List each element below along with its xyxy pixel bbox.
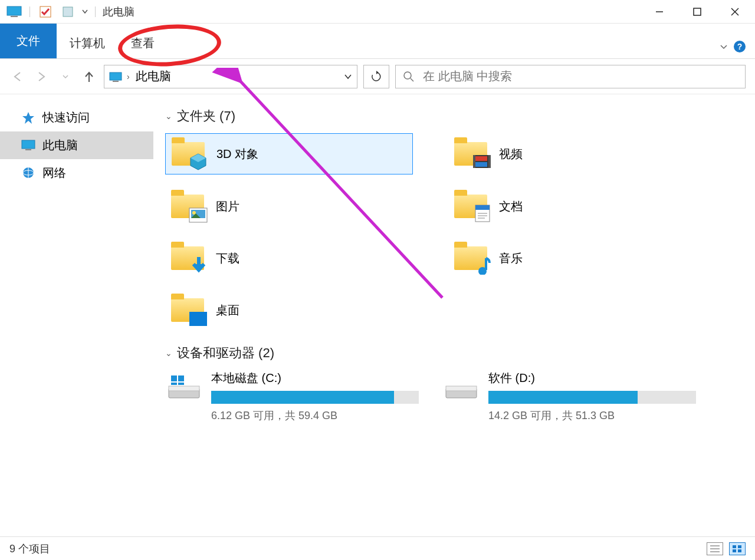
- drive-d[interactable]: 软件 (D:) 14.2 GB 可用，共 51.3 GB: [442, 370, 696, 423]
- folder-videos[interactable]: 视频: [448, 133, 672, 174]
- sidebar-item-label: 网络: [42, 165, 66, 181]
- svg-rect-39: [178, 383, 184, 385]
- address-dropdown-icon[interactable]: [344, 73, 352, 81]
- folder-3d-objects[interactable]: 3D 对象: [165, 133, 413, 174]
- svg-rect-33: [189, 312, 207, 326]
- folder-icon: [172, 139, 207, 169]
- divider: [95, 6, 96, 17]
- section-drives-header[interactable]: ⌄ 设备和驱动器 (2): [165, 344, 743, 362]
- titlebar: 此电脑: [0, 0, 755, 24]
- svg-rect-35: [169, 386, 199, 391]
- usage-bar: [211, 391, 419, 404]
- drive-label: 软件 (D:): [488, 370, 696, 386]
- pc-icon: [5, 5, 24, 19]
- dropdown-icon[interactable]: [81, 5, 89, 19]
- details-view-button[interactable]: [707, 542, 723, 555]
- close-button[interactable]: [724, 3, 746, 21]
- section-folders-header[interactable]: ⌄ 文件夹 (7): [165, 107, 743, 125]
- svg-rect-20: [475, 156, 487, 161]
- folder-desktop[interactable]: 桌面: [165, 290, 413, 330]
- folder-documents[interactable]: 文档: [448, 186, 672, 226]
- usage-bar: [488, 391, 696, 404]
- maximize-button[interactable]: [687, 3, 708, 21]
- svg-rect-28: [475, 205, 490, 210]
- minimize-button[interactable]: [649, 3, 670, 21]
- network-icon: [21, 167, 35, 179]
- tab-computer[interactable]: 计算机: [57, 28, 118, 58]
- svg-rect-9: [113, 81, 119, 82]
- star-icon: [21, 112, 35, 124]
- svg-rect-41: [446, 386, 477, 391]
- chevron-down-icon: ⌄: [165, 111, 172, 121]
- folder-label: 桌面: [216, 302, 239, 318]
- up-button[interactable]: [80, 68, 98, 85]
- drives-grid: 本地磁盘 (C:) 6.12 GB 可用，共 59.4 GB 软件 (D:) 1…: [165, 370, 743, 423]
- window-title: 此电脑: [103, 5, 134, 19]
- help-button[interactable]: ?: [734, 41, 746, 52]
- svg-rect-45: [733, 545, 736, 548]
- tab-view[interactable]: 查看: [118, 28, 168, 58]
- refresh-button[interactable]: [363, 65, 389, 88]
- address-row: › 此电脑 在 此电脑 中搜索: [0, 59, 755, 94]
- sidebar-item-quick[interactable]: 快速访问: [0, 104, 153, 131]
- folder-icon: [454, 243, 490, 274]
- ribbon-collapse-icon[interactable]: [720, 42, 728, 51]
- sidebar-item-label: 快速访问: [42, 110, 90, 126]
- search-box[interactable]: 在 此电脑 中搜索: [395, 65, 746, 88]
- content-area: ⌄ 文件夹 (7) 3D 对象 视频 图片 文档 下载: [153, 94, 755, 536]
- folder-icon: [171, 243, 206, 274]
- divider: [29, 6, 30, 17]
- sidebar: 快速访问 此电脑 网络: [0, 94, 153, 536]
- search-icon: [403, 71, 415, 83]
- svg-rect-0: [7, 6, 21, 15]
- tiles-view-button[interactable]: [729, 542, 746, 555]
- folder-label: 3D 对象: [216, 146, 258, 162]
- forward-button[interactable]: [33, 68, 51, 85]
- back-button[interactable]: [9, 68, 27, 85]
- folder-pictures[interactable]: 图片: [165, 186, 413, 226]
- breadcrumb[interactable]: 此电脑: [136, 68, 171, 84]
- svg-rect-1: [11, 16, 18, 17]
- folder-label: 音乐: [499, 251, 523, 266]
- recent-dropdown[interactable]: [57, 68, 74, 85]
- properties-icon[interactable]: [36, 5, 55, 19]
- folder-label: 视频: [499, 146, 523, 162]
- folder-label: 下载: [216, 251, 239, 266]
- svg-rect-3: [63, 7, 73, 17]
- folders-grid: 3D 对象 视频 图片 文档 下载 音乐: [165, 133, 743, 330]
- pc-icon: [21, 140, 35, 151]
- address-bar[interactable]: › 此电脑: [104, 65, 357, 88]
- svg-rect-47: [733, 549, 736, 552]
- sidebar-item-thispc[interactable]: 此电脑: [0, 131, 153, 159]
- folder-label: 文档: [499, 199, 523, 215]
- drive-icon: [165, 370, 203, 403]
- pc-icon: [109, 72, 121, 81]
- search-placeholder: 在 此电脑 中搜索: [423, 68, 512, 84]
- folder-icon: [171, 191, 206, 222]
- sidebar-item-network[interactable]: 网络: [0, 159, 153, 187]
- svg-rect-8: [110, 73, 122, 80]
- drive-label: 本地磁盘 (C:): [211, 370, 419, 386]
- svg-line-11: [411, 78, 413, 81]
- svg-rect-5: [694, 8, 701, 15]
- drive-icon: [442, 370, 480, 403]
- svg-rect-36: [171, 375, 177, 381]
- svg-rect-38: [171, 383, 177, 385]
- item-count: 9 个项目: [9, 542, 50, 556]
- svg-point-10: [404, 72, 411, 79]
- folder-icon: [454, 191, 490, 222]
- svg-rect-22: [473, 155, 475, 168]
- drive-c[interactable]: 本地磁盘 (C:) 6.12 GB 可用，共 59.4 GB: [165, 370, 419, 423]
- svg-rect-46: [738, 545, 741, 548]
- chevron-right-icon[interactable]: ›: [127, 72, 130, 81]
- new-window-icon[interactable]: [58, 5, 77, 19]
- svg-rect-21: [475, 162, 487, 167]
- sidebar-item-label: 此电脑: [42, 137, 78, 153]
- svg-rect-12: [22, 140, 35, 149]
- folder-icon: [454, 139, 490, 169]
- body: 快速访问 此电脑 网络 ⌄ 文件夹 (7) 3D 对象 视频: [0, 94, 755, 536]
- folder-downloads[interactable]: 下载: [165, 238, 413, 278]
- folder-music[interactable]: 音乐: [448, 238, 672, 278]
- folder-icon: [171, 295, 206, 325]
- tab-file[interactable]: 文件: [0, 24, 57, 58]
